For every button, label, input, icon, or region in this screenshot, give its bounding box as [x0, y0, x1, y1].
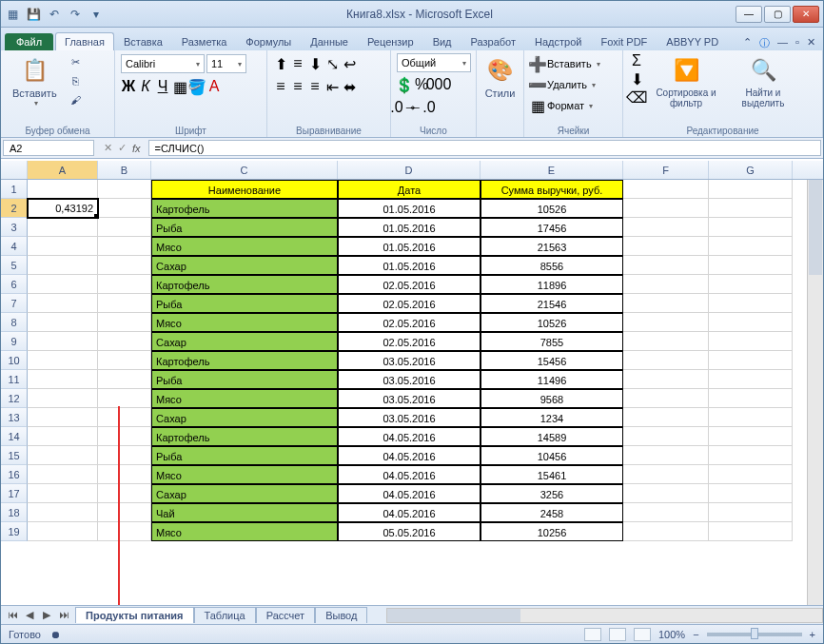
cell-name-15[interactable]: Рыба [151, 446, 338, 465]
row-header-2[interactable]: 2 [1, 199, 28, 218]
cell-a19[interactable] [28, 522, 98, 541]
autosum-icon[interactable]: Σ [629, 53, 644, 68]
align-center-icon[interactable]: ≡ [290, 79, 305, 94]
cell-g6[interactable] [709, 275, 793, 294]
undo-icon[interactable]: ↶ [47, 7, 62, 22]
row-header-19[interactable]: 19 [1, 522, 28, 541]
cell-date-10[interactable]: 03.05.2016 [338, 351, 481, 370]
col-header-e[interactable]: E [481, 161, 623, 179]
sheet-nav-next[interactable]: ▶ [39, 609, 54, 621]
cell-sum-3[interactable]: 17456 [481, 218, 623, 237]
cell-date-8[interactable]: 02.05.2016 [338, 313, 481, 332]
cell-b17[interactable] [98, 484, 151, 503]
align-left-icon[interactable]: ≡ [273, 79, 288, 94]
cell-sum-13[interactable]: 1234 [481, 408, 623, 427]
cell-b18[interactable] [98, 503, 151, 522]
cell-b10[interactable] [98, 351, 151, 370]
cell-date-14[interactable]: 04.05.2016 [338, 427, 481, 446]
cell-g17[interactable] [709, 484, 793, 503]
cell-name-17[interactable]: Сахар [151, 484, 338, 503]
zoom-slider[interactable] [707, 633, 802, 636]
fill-icon[interactable]: ⬇ [629, 71, 644, 87]
align-bottom-icon[interactable]: ⬇ [307, 56, 323, 71]
row-header-6[interactable]: 6 [1, 275, 28, 294]
cell-g3[interactable] [709, 218, 793, 237]
find-select-button[interactable]: 🔍 Найти и выделить [728, 53, 798, 110]
cell-a1[interactable] [28, 180, 98, 199]
cell-b6[interactable] [98, 275, 151, 294]
page-layout-button[interactable] [609, 628, 626, 641]
cell-date-6[interactable]: 02.05.2016 [338, 275, 481, 294]
font-size-combo[interactable]: 11▾ [206, 54, 246, 73]
row-header-4[interactable]: 4 [1, 237, 28, 256]
cell-f19[interactable] [623, 522, 709, 541]
comma-icon[interactable]: 000 [431, 77, 446, 92]
cell-name-16[interactable]: Мясо [151, 465, 338, 484]
cell-b19[interactable] [98, 522, 151, 541]
cell-f16[interactable] [623, 465, 709, 484]
cell-a15[interactable] [28, 446, 98, 465]
cell-g16[interactable] [709, 465, 793, 484]
cell-a10[interactable] [28, 351, 98, 370]
cell-date-19[interactable]: 05.05.2016 [338, 522, 481, 541]
cell-b15[interactable] [98, 446, 151, 465]
zoom-in-button[interactable]: + [810, 629, 815, 640]
cell-a12[interactable] [28, 389, 98, 408]
cell-sum-10[interactable]: 15456 [481, 351, 623, 370]
cell-f12[interactable] [623, 389, 709, 408]
cell-g5[interactable] [709, 256, 793, 275]
row-header-16[interactable]: 16 [1, 465, 28, 484]
cell-sum-8[interactable]: 10526 [481, 313, 623, 332]
cell-sum-2[interactable]: 10526 [481, 199, 623, 218]
tab-layout[interactable]: Разметка [172, 32, 237, 50]
macro-record-icon[interactable]: ⏺ [50, 629, 61, 640]
cell-sum-9[interactable]: 7855 [481, 332, 623, 351]
tab-home[interactable]: Главная [55, 32, 114, 50]
cell-a9[interactable] [28, 332, 98, 351]
merge-icon[interactable]: ⬌ [342, 79, 357, 94]
tab-insert[interactable]: Вставка [114, 32, 172, 50]
cell-g9[interactable] [709, 332, 793, 351]
sheet-tab-active[interactable]: Продукты питания [75, 607, 194, 623]
accept-formula-icon[interactable]: ✓ [118, 142, 127, 154]
fx-icon[interactable]: fx [132, 143, 141, 154]
sheet-nav-prev[interactable]: ◀ [22, 609, 37, 621]
bold-button[interactable]: Ж [121, 79, 136, 94]
cell-b8[interactable] [98, 313, 151, 332]
fill-color-button[interactable]: 🪣 [189, 79, 205, 94]
cell-name-14[interactable]: Картофель [151, 427, 338, 446]
cell-g13[interactable] [709, 408, 793, 427]
row-header-15[interactable]: 15 [1, 446, 28, 465]
cell-b11[interactable] [98, 370, 151, 389]
cell-f17[interactable] [623, 484, 709, 503]
cell-f7[interactable] [623, 294, 709, 313]
cell-b14[interactable] [98, 427, 151, 446]
sheet-nav-first[interactable]: ⏮ [5, 609, 20, 621]
italic-button[interactable]: К [138, 79, 153, 94]
close-button[interactable]: ✕ [793, 6, 819, 23]
sheet-tab-2[interactable]: Рассчет [256, 607, 316, 623]
cell-b2[interactable] [98, 199, 151, 218]
cell-date-16[interactable]: 04.05.2016 [338, 465, 481, 484]
cell-sum-4[interactable]: 21563 [481, 237, 623, 256]
cell-date-5[interactable]: 01.05.2016 [338, 256, 481, 275]
cell-f10[interactable] [623, 351, 709, 370]
maximize-button[interactable]: ▢ [764, 6, 791, 23]
row-header-14[interactable]: 14 [1, 427, 28, 446]
currency-icon[interactable]: 💲 [397, 77, 412, 92]
sheet-tab-1[interactable]: Таблица [194, 607, 256, 623]
cell-sum-14[interactable]: 14589 [481, 427, 623, 446]
row-header-17[interactable]: 17 [1, 484, 28, 503]
cell-sum-7[interactable]: 21546 [481, 294, 623, 313]
cell-a2[interactable]: 0,43192 [28, 199, 98, 218]
cell-f8[interactable] [623, 313, 709, 332]
doc-minimize-icon[interactable]: — [777, 36, 788, 50]
header-name[interactable]: Наименование [151, 180, 338, 199]
cell-date-7[interactable]: 02.05.2016 [338, 294, 481, 313]
normal-view-button[interactable] [584, 628, 601, 641]
cell-g8[interactable] [709, 313, 793, 332]
cell-a18[interactable] [28, 503, 98, 522]
cell-name-13[interactable]: Сахар [151, 408, 338, 427]
paste-button[interactable]: 📋 Вставить ▾ [7, 53, 63, 109]
row-header-8[interactable]: 8 [1, 313, 28, 332]
